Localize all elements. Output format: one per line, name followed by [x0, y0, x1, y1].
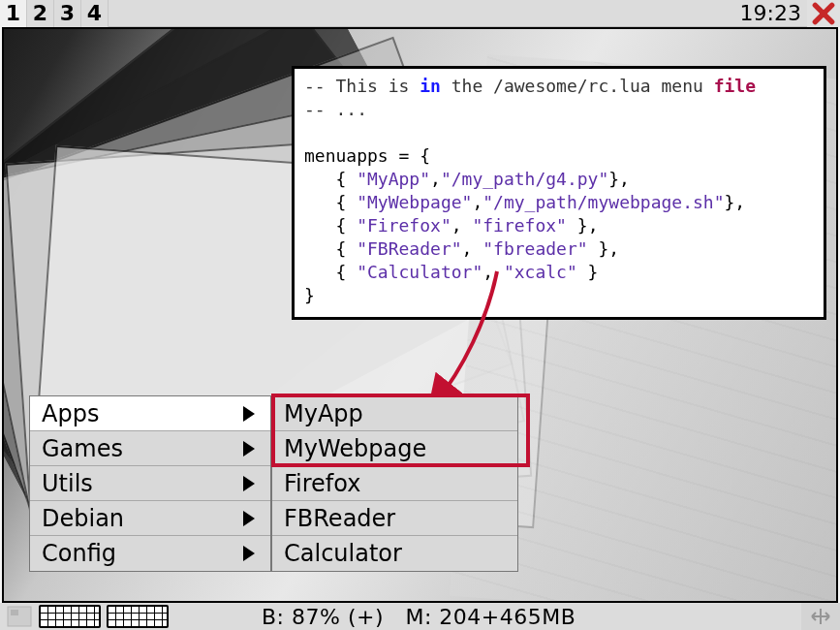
submenu-item-label: MyApp — [284, 400, 363, 427]
battery-status: B: 87% (+) — [262, 605, 384, 629]
tag-3[interactable]: 3 — [54, 0, 81, 27]
submenu-arrow-icon — [243, 406, 255, 422]
submenu-item-label: MyWebpage — [284, 435, 426, 462]
submenu-item-calculator[interactable]: Calculator — [272, 536, 517, 571]
submenu-item-mywebpage[interactable]: MyWebpage — [272, 431, 517, 466]
menu-item-label: Utils — [42, 470, 243, 497]
submenu-item-myapp[interactable]: MyApp — [272, 396, 517, 431]
launcher-icon[interactable] — [0, 603, 39, 630]
move-window-icon[interactable] — [801, 603, 840, 630]
tag-1[interactable]: 1 — [0, 0, 27, 27]
rc-lua-code-box: -- This is in the /awesome/rc.lua menu f… — [292, 66, 826, 320]
code-entry-calculator: { "Calculator", "xcalc" } — [304, 262, 598, 282]
submenu-arrow-icon — [243, 546, 255, 561]
taskbar: 1 2 3 4 19:23 — [0, 0, 840, 27]
close-icon — [811, 1, 836, 26]
submenu-arrow-icon — [243, 511, 255, 526]
code-line-2: -- ... — [304, 99, 367, 119]
menu-item-label: Games — [42, 435, 243, 462]
desktop-wallpaper: -- This is in the /awesome/rc.lua menu f… — [2, 27, 838, 603]
menu-item-apps[interactable]: Apps — [30, 396, 270, 431]
keyboard-layout-2-icon[interactable] — [107, 605, 169, 628]
submenu-item-fbreader[interactable]: FBReader — [272, 501, 517, 536]
menu-item-config[interactable]: Config — [30, 536, 270, 571]
svg-rect-1 — [11, 610, 18, 615]
menu-item-label: Config — [42, 540, 243, 567]
close-button[interactable] — [807, 0, 840, 27]
code-entry-myapp: { "MyApp","/my_path/g4.py"}, — [304, 169, 630, 189]
statusbar: B: 87% (+) M: 204+465MB — [0, 603, 840, 630]
submenu-item-label: Firefox — [284, 470, 360, 497]
code-entry-firefox: { "Firefox", "firefox" }, — [304, 215, 598, 236]
submenu-item-label: Calculator — [284, 540, 402, 567]
menu-item-label: Apps — [42, 400, 243, 427]
tag-4[interactable]: 4 — [81, 0, 109, 27]
clock: 19:23 — [734, 1, 807, 25]
tag-2[interactable]: 2 — [27, 0, 54, 27]
code-entry-fbreader: { "FBReader", "fbreader" }, — [304, 238, 619, 259]
taglist: 1 2 3 4 — [0, 0, 109, 27]
menu-item-debian[interactable]: Debian — [30, 501, 270, 536]
status-text: B: 87% (+) M: 204+465MB — [262, 605, 576, 629]
main-menu: Apps Games Utils Debian Config — [29, 395, 271, 572]
apps-submenu: MyApp MyWebpage Firefox FBReader Calcula… — [271, 395, 518, 572]
menu-item-games[interactable]: Games — [30, 431, 270, 466]
menu-item-label: Debian — [42, 505, 243, 532]
submenu-item-label: FBReader — [284, 505, 395, 532]
menu-item-utils[interactable]: Utils — [30, 466, 270, 501]
code-line-menuapps: menuapps = { — [304, 145, 430, 166]
keyboard-layout-1-icon[interactable] — [39, 605, 101, 628]
code-line-end: } — [304, 285, 315, 305]
submenu-item-firefox[interactable]: Firefox — [272, 466, 517, 501]
submenu-arrow-icon — [243, 476, 255, 491]
memory-status: M: 204+465MB — [405, 605, 576, 629]
code-entry-mywebpage: { "MyWebpage","/my_path/mywebpage.sh"}, — [304, 192, 745, 212]
submenu-arrow-icon — [243, 441, 255, 457]
code-line-1: -- This is in the /awesome/rc.lua menu f… — [304, 76, 756, 96]
